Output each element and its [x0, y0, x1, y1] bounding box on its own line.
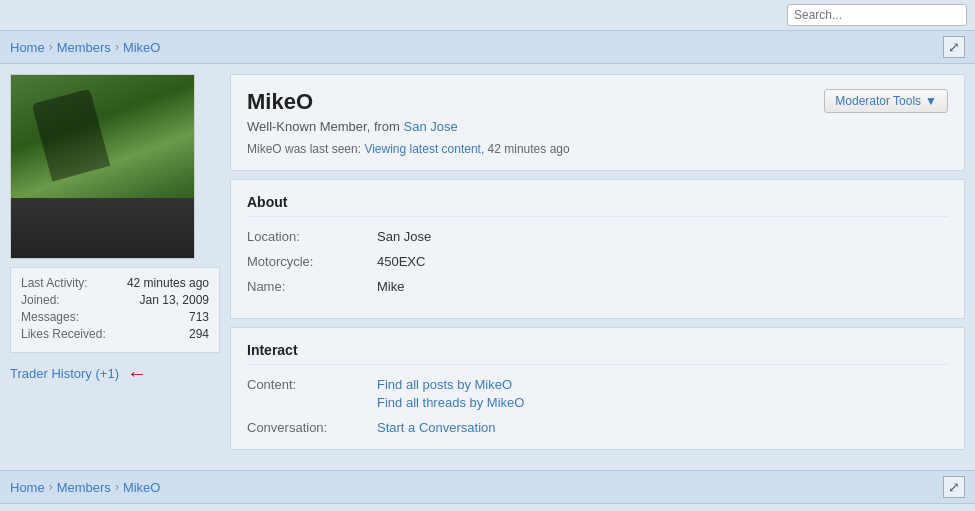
about-name-label: Name:: [247, 279, 377, 294]
stat-joined-label: Joined:: [21, 293, 60, 307]
about-name-row: Name: Mike: [247, 279, 948, 294]
stat-likes: Likes Received: 294: [21, 327, 209, 341]
stat-messages-label: Messages:: [21, 310, 79, 324]
moderator-tools-button[interactable]: Moderator Tools ▼: [824, 89, 948, 113]
interact-conversation-label: Conversation:: [247, 420, 377, 435]
stat-likes-value: 294: [189, 327, 209, 341]
breadcrumb-sep-1: ›: [49, 40, 53, 54]
main-layout: Last Activity: 42 minutes ago Joined: Ja…: [0, 64, 975, 460]
find-posts-link[interactable]: Find all posts by MikeO: [377, 377, 524, 392]
tagline-text: Well-Known Member, from: [247, 119, 400, 134]
stat-joined: Joined: Jan 13, 2009: [21, 293, 209, 307]
bottom-breadcrumb-home[interactable]: Home: [10, 480, 45, 495]
interact-content-label: Content:: [247, 377, 377, 410]
breadcrumb-home[interactable]: Home: [10, 40, 45, 55]
trader-history-arrow-icon: ←: [127, 363, 147, 383]
top-bar: [0, 0, 975, 30]
profile-main: MikeO Well-Known Member, from San Jose M…: [230, 74, 965, 450]
breadcrumb: Home › Members › MikeO: [10, 40, 160, 55]
interact-conversation-row: Conversation: Start a Conversation: [247, 420, 948, 435]
stat-messages: Messages: 713: [21, 310, 209, 324]
find-threads-link[interactable]: Find all threads by MikeO: [377, 395, 524, 410]
stat-messages-value: 713: [189, 310, 209, 324]
bottom-breadcrumb-expand-button[interactable]: ⤢: [943, 476, 965, 498]
stat-likes-label: Likes Received:: [21, 327, 106, 341]
about-location-row: Location: San Jose: [247, 229, 948, 244]
bottom-breadcrumb-mikeo[interactable]: MikeO: [123, 480, 161, 495]
stat-joined-value: Jan 13, 2009: [140, 293, 209, 307]
breadcrumb-members[interactable]: Members: [57, 40, 111, 55]
bottom-breadcrumb-bar: Home › Members › MikeO ⤢: [0, 470, 975, 504]
about-motorcycle-label: Motorcycle:: [247, 254, 377, 269]
lastseen-time: 42 minutes ago: [488, 142, 570, 156]
about-section-title: About: [247, 194, 948, 217]
stats-box: Last Activity: 42 minutes ago Joined: Ja…: [10, 267, 220, 353]
moderator-tools-chevron-icon: ▼: [925, 94, 937, 108]
interact-content-row: Content: Find all posts by MikeO Find al…: [247, 377, 948, 410]
lastseen-prefix: MikeO was last seen:: [247, 142, 361, 156]
about-motorcycle-row: Motorcycle: 450EXC: [247, 254, 948, 269]
interact-section-title: Interact: [247, 342, 948, 365]
interact-content-links: Find all posts by MikeO Find all threads…: [377, 377, 524, 410]
bottom-breadcrumb-members[interactable]: Members: [57, 480, 111, 495]
profile-location-link[interactable]: San Jose: [404, 119, 458, 134]
moderator-tools-label: Moderator Tools: [835, 94, 921, 108]
top-breadcrumb-bar: Home › Members › MikeO ⤢: [0, 30, 975, 64]
sidebar: Last Activity: 42 minutes ago Joined: Ja…: [10, 74, 220, 383]
trader-history-section: Trader History (+1) ←: [10, 363, 220, 383]
breadcrumb-sep-2: ›: [115, 40, 119, 54]
about-box: About Location: San Jose Motorcycle: 450…: [230, 179, 965, 319]
stat-last-activity-label: Last Activity:: [21, 276, 88, 290]
profile-tagline: Well-Known Member, from San Jose: [247, 119, 948, 134]
lastseen-action-link[interactable]: Viewing latest content,: [364, 142, 484, 156]
bottom-breadcrumb: Home › Members › MikeO: [10, 480, 160, 495]
breadcrumb-expand-button[interactable]: ⤢: [943, 36, 965, 58]
profile-lastseen: MikeO was last seen: Viewing latest cont…: [247, 142, 948, 156]
bottom-breadcrumb-sep-2: ›: [115, 480, 119, 494]
about-location-value: San Jose: [377, 229, 431, 244]
avatar-container: [10, 74, 195, 259]
start-conversation-link[interactable]: Start a Conversation: [377, 420, 496, 435]
avatar-image: [11, 75, 194, 258]
interact-conversation-links: Start a Conversation: [377, 420, 496, 435]
about-location-label: Location:: [247, 229, 377, 244]
search-input[interactable]: [787, 4, 967, 26]
interact-box: Interact Content: Find all posts by Mike…: [230, 327, 965, 450]
profile-header-box: MikeO Well-Known Member, from San Jose M…: [230, 74, 965, 171]
stat-last-activity: Last Activity: 42 minutes ago: [21, 276, 209, 290]
trader-history-link[interactable]: Trader History (+1): [10, 366, 119, 381]
about-info-table: Location: San Jose Motorcycle: 450EXC Na…: [247, 229, 948, 294]
stat-last-activity-value: 42 minutes ago: [127, 276, 209, 290]
breadcrumb-mikeo[interactable]: MikeO: [123, 40, 161, 55]
about-motorcycle-value: 450EXC: [377, 254, 425, 269]
bottom-breadcrumb-sep-1: ›: [49, 480, 53, 494]
about-name-value: Mike: [377, 279, 404, 294]
